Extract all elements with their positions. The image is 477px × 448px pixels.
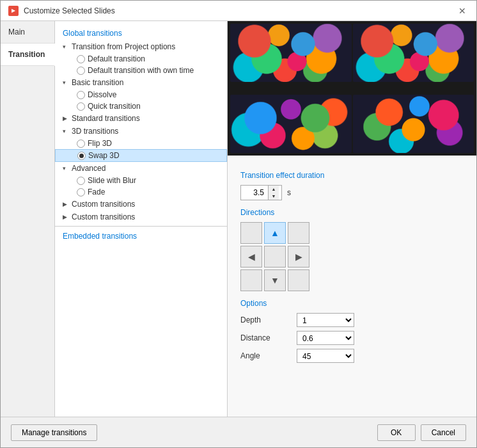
- sidebar: Main Transition: [1, 21, 55, 417]
- dir-left-button[interactable]: ◀: [240, 246, 262, 268]
- embedded-transitions-header[interactable]: Embedded transitions: [55, 229, 227, 243]
- sidebar-tab-transition[interactable]: Transition: [1, 44, 55, 66]
- item-fade[interactable]: Fade: [55, 186, 227, 198]
- angle-select[interactable]: 45 90 135 180: [297, 349, 354, 363]
- group-basic[interactable]: ▾ Basic transition: [55, 76, 227, 89]
- depth-select[interactable]: 1 2 3: [297, 313, 354, 327]
- arrow-basic: ▾: [63, 79, 69, 86]
- arrow-advanced: ▾: [63, 165, 69, 172]
- angle-label: Angle: [240, 351, 292, 360]
- item-default-own-time[interactable]: Default transition with own time: [55, 65, 227, 76]
- dialog: ▶ Customize Selected Slides ✕ Main Trans…: [0, 0, 477, 448]
- preview-img-top-right: [353, 24, 474, 82]
- title-bar: ▶ Customize Selected Slides ✕: [1, 1, 476, 21]
- arrow-3d: ▾: [63, 128, 69, 134]
- duration-spinner-btns: ▲ ▼: [268, 186, 279, 200]
- item-flip3d[interactable]: Flip 3D: [55, 138, 227, 149]
- dir-up-button[interactable]: ▲: [264, 222, 286, 244]
- distance-label: Distance: [240, 333, 292, 342]
- title-bar-left: ▶ Customize Selected Slides: [8, 6, 115, 16]
- arrow-standard: ▶: [63, 115, 69, 122]
- duration-unit: s: [287, 188, 291, 197]
- radio-flip3d[interactable]: [77, 140, 85, 148]
- right-panel: Transition effect duration ▲ ▼ s Directi…: [228, 21, 476, 417]
- group-advanced[interactable]: ▾ Advanced: [55, 162, 227, 175]
- button-bar: Manage transitions OK Cancel: [1, 417, 476, 447]
- item-dissolve[interactable]: Dissolve: [55, 89, 227, 100]
- duration-section-title: Transition effect duration: [240, 171, 464, 180]
- controls-area: Transition effect duration ▲ ▼ s Directi…: [228, 156, 476, 417]
- dialog-content: Main Transition Global transitions ▾ Tra…: [1, 21, 476, 417]
- preview-images: [228, 21, 476, 156]
- group-custom1[interactable]: ▶ Custom transitions: [55, 198, 227, 211]
- dir-empty-bot-right: [288, 269, 309, 291]
- distance-select[interactable]: 0.6 0.8 1.0: [297, 331, 354, 345]
- dir-center: [264, 246, 286, 268]
- duration-input[interactable]: [241, 186, 268, 199]
- dialog-buttons: OK Cancel: [377, 424, 466, 441]
- dir-empty-top-left: [240, 222, 262, 244]
- arrow-custom1: ▶: [63, 201, 69, 207]
- sidebar-tab-main[interactable]: Main: [1, 21, 54, 44]
- radio-swap3d[interactable]: [77, 152, 86, 160]
- arrow-custom2: ▶: [63, 214, 69, 220]
- item-default[interactable]: Default transition: [55, 53, 227, 65]
- radio-default[interactable]: [77, 55, 85, 63]
- radio-dissolve[interactable]: [77, 91, 85, 99]
- item-swap3d[interactable]: Swap 3D: [55, 149, 227, 162]
- preview-img-bottom-right: [353, 95, 474, 153]
- global-transitions-header[interactable]: Global transitions: [55, 26, 227, 40]
- depth-label: Depth: [240, 316, 292, 324]
- duration-decrement[interactable]: ▼: [269, 193, 279, 200]
- radio-quick[interactable]: [77, 102, 85, 111]
- group-standard[interactable]: ▶ Standard transitions: [55, 112, 227, 125]
- dialog-title: Customize Selected Slides: [24, 6, 115, 15]
- preview-img-top-left: [230, 24, 352, 82]
- preview-row-top: [228, 21, 476, 84]
- ok-button[interactable]: OK: [377, 424, 416, 441]
- duration-increment[interactable]: ▲: [269, 186, 279, 193]
- close-button[interactable]: ✕: [456, 4, 469, 17]
- group-from-project[interactable]: ▾ Transition from Project options: [55, 40, 227, 53]
- group-custom2[interactable]: ▶ Custom transitions: [55, 211, 227, 223]
- group-3d[interactable]: ▾ 3D transitions: [55, 125, 227, 138]
- dir-empty-top-right: [288, 222, 309, 244]
- preview-row-bottom: [228, 92, 476, 156]
- duration-row: ▲ ▼ s: [240, 185, 464, 200]
- dir-empty-bot-left: [240, 269, 262, 291]
- cancel-button[interactable]: Cancel: [421, 424, 466, 441]
- duration-spinner[interactable]: ▲ ▼: [240, 185, 282, 200]
- tree-panel: Global transitions ▾ Transition from Pro…: [55, 21, 228, 417]
- item-slide-blur[interactable]: Slide with Blur: [55, 175, 227, 186]
- dir-down-button[interactable]: ▼: [264, 269, 286, 291]
- app-icon: ▶: [8, 6, 19, 16]
- preview-img-bottom-left: [230, 95, 352, 153]
- options-section-title: Options: [240, 299, 464, 308]
- radio-slide-blur[interactable]: [77, 177, 85, 185]
- directions-section-title: Directions: [240, 208, 464, 217]
- options-grid: Depth 1 2 3 Distance 0.6 0.8 1.0 Angle: [240, 313, 464, 363]
- directions-grid: ▲ ◀ ▶ ▼: [240, 222, 464, 291]
- manage-transitions-button[interactable]: Manage transitions: [11, 424, 97, 441]
- radio-fade[interactable]: [77, 188, 85, 196]
- item-quick[interactable]: Quick transition: [55, 100, 227, 112]
- radio-default-own-time[interactable]: [77, 67, 85, 75]
- arrow-from-project: ▾: [63, 44, 69, 50]
- dir-right-button[interactable]: ▶: [288, 246, 309, 268]
- preview-area: [228, 21, 476, 156]
